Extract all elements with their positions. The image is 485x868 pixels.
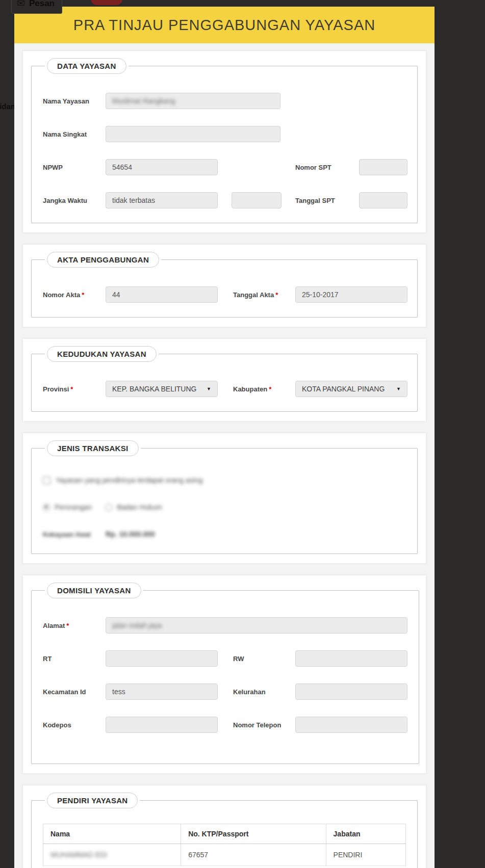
row-kecamatan-kelurahan: Kecamatan Id tess Kelurahan xyxy=(43,683,407,700)
jangka-waktu-label: Jangka Waktu xyxy=(43,196,106,205)
nomor-akta-value: 44 xyxy=(112,291,120,299)
rw-label: RW xyxy=(233,654,295,663)
pesan-button-label: Pesan xyxy=(29,0,55,9)
alamat-value: jalan indah jaya xyxy=(112,621,162,629)
kecamatan-id-value: tess xyxy=(112,688,125,696)
pendiri-col-ktp: No. KTP/Passport xyxy=(181,824,326,844)
section-data-yayasan: DATA YAYASAN Nama Yayasan Muslimat Rangk… xyxy=(22,50,426,233)
kelurahan-label: Kelurahan xyxy=(233,688,295,696)
provinsi-label: Provinsi* xyxy=(43,385,106,393)
legend-akta-penggabungan: AKTA PENGGABUNGAN xyxy=(47,252,159,268)
row-orang-asing-checkbox: Yayasan yang pendirinya terdapat orang a… xyxy=(43,475,406,485)
dropdown-caret-icon: ▼ xyxy=(207,386,211,391)
kecamatan-id-input[interactable]: tess xyxy=(106,683,218,700)
row-kekayaan-awal: Kekayaan Awal Rp. 10.000.000 xyxy=(43,529,406,539)
pesan-button[interactable]: ✉ Pesan xyxy=(11,0,62,14)
tanggal-akta-label: Tanggal Akta* xyxy=(233,291,295,299)
kodepos-label: Kodepos xyxy=(43,721,106,729)
provinsi-selected-value: KEP. BANGKA BELITUNG xyxy=(112,385,196,393)
required-asterisk: * xyxy=(66,622,69,629)
required-asterisk: * xyxy=(269,385,271,393)
rt-input[interactable] xyxy=(106,650,218,667)
nomor-spt-input[interactable] xyxy=(359,159,407,175)
npwp-input[interactable]: 54654 xyxy=(106,159,218,175)
tanggal-spt-input[interactable] xyxy=(359,192,407,208)
nomor-spt-label: Nomor SPT xyxy=(295,163,359,172)
kabupaten-label: Kabupaten* xyxy=(233,385,295,393)
rt-label: RT xyxy=(43,654,106,663)
npwp-value: 54654 xyxy=(112,163,132,171)
row-jenis-radio: Perorangan Badan Hukum xyxy=(43,502,406,512)
row-jangka-waktu: Jangka Waktu tidak terbatas Tanggal SPT xyxy=(43,192,406,208)
section-pendiri-yayasan: PENDIRI YAYASAN Nama No. KTP/Passport Ja… xyxy=(22,785,426,868)
required-asterisk: * xyxy=(275,291,278,299)
nama-singkat-input[interactable] xyxy=(106,126,280,142)
tanggal-spt-label: Tanggal SPT xyxy=(295,196,359,205)
legend-kedudukan-yayasan: KEDUDUKAN YAYASAN xyxy=(47,346,157,362)
kodepos-input[interactable] xyxy=(106,717,218,733)
envelope-icon: ✉ xyxy=(17,0,25,9)
pendiri-jabatan-cell: PENDIRI xyxy=(326,844,405,866)
modal-body: DATA YAYASAN Nama Yayasan Muslimat Rangk… xyxy=(14,43,435,868)
pendiri-table-row: MUHAMMAD EDI 67657 PENDIRI xyxy=(43,844,406,866)
pratinjau-modal: PRA TINJAU PENGGABUNGAN YAYASAN DATA YAY… xyxy=(14,7,435,868)
tanggal-akta-value: 25-10-2017 xyxy=(302,291,339,299)
nomor-akta-label: Nomor Akta* xyxy=(43,291,106,299)
section-jenis-transaksi: JENIS TRANSAKSI Yayasan yang pendirinya … xyxy=(22,433,426,564)
legend-pendiri-yayasan: PENDIRI YAYASAN xyxy=(47,793,138,808)
badan-hukum-radio[interactable] xyxy=(105,504,113,511)
pendiri-ktp-cell: 67657 xyxy=(181,844,326,866)
required-asterisk: * xyxy=(82,291,84,299)
row-nama-yayasan: Nama Yayasan Muslimat Rangkang xyxy=(43,93,406,109)
rw-input[interactable] xyxy=(295,650,407,667)
alamat-input[interactable]: jalan indah jaya xyxy=(106,617,407,634)
kelurahan-input[interactable] xyxy=(295,683,407,700)
notification-badge xyxy=(91,0,122,5)
row-alamat: Alamat* jalan indah jaya xyxy=(43,617,407,634)
dropdown-caret-icon: ▼ xyxy=(396,386,401,391)
nama-yayasan-value: Muslimat Rangkang xyxy=(112,97,175,105)
row-rt-rw: RT RW xyxy=(43,650,407,667)
perorangan-radio-label: Perorangan xyxy=(55,503,92,511)
modal-header: PRA TINJAU PENGGABUNGAN YAYASAN xyxy=(14,7,435,43)
nomor-akta-input[interactable]: 44 xyxy=(106,286,218,303)
pendiri-col-nama: Nama xyxy=(43,824,181,844)
pendiri-table: Nama No. KTP/Passport Jabatan MUHAMMAD E… xyxy=(43,824,406,866)
section-domisili-yayasan: DOMISILI YAYASAN Alamat* jalan indah jay… xyxy=(22,575,426,774)
kabupaten-select[interactable]: KOTA PANGKAL PINANG ▼ xyxy=(295,381,407,397)
pendiri-nama-value: MUHAMMAD EDI xyxy=(50,851,107,859)
row-npwp: NPWP 54654 Nomor SPT xyxy=(43,159,406,175)
nama-yayasan-input[interactable]: Muslimat Rangkang xyxy=(106,93,280,109)
jangka-waktu-extra-input[interactable] xyxy=(232,192,282,208)
nomor-telepon-input[interactable] xyxy=(295,717,407,733)
legend-domisili-yayasan: DOMISILI YAYASAN xyxy=(47,583,141,598)
nomor-telepon-label: Nomor Telepon xyxy=(233,721,295,729)
section-kedudukan-yayasan: KEDUDUKAN YAYASAN Provinsi* KEP. BANGKA … xyxy=(22,338,426,422)
perorangan-radio[interactable] xyxy=(43,504,50,511)
required-asterisk: * xyxy=(70,385,73,393)
modal-title: PRA TINJAU PENGGABUNGAN YAYASAN xyxy=(73,17,375,34)
kecamatan-id-label: Kecamatan Id xyxy=(43,688,106,696)
kekayaan-awal-label: Kekayaan Awal xyxy=(43,531,106,538)
tanggal-akta-input[interactable]: 25-10-2017 xyxy=(295,286,407,303)
pendiri-nama-cell: MUHAMMAD EDI xyxy=(43,844,181,866)
badan-hukum-radio-label: Badan Hukum xyxy=(117,503,162,511)
jangka-waktu-value: tidak terbatas xyxy=(112,196,155,204)
row-akta: Nomor Akta* 44 Tanggal Akta* 25-10-2017 xyxy=(43,286,406,303)
section-akta-penggabungan: AKTA PENGGABUNGAN Nomor Akta* 44 Tanggal… xyxy=(22,244,426,327)
kabupaten-selected-value: KOTA PANGKAL PINANG xyxy=(302,385,385,393)
orang-asing-checkbox-label: Yayasan yang pendirinya terdapat orang a… xyxy=(56,476,203,484)
orang-asing-checkbox[interactable] xyxy=(43,477,50,484)
provinsi-select[interactable]: KEP. BANGKA BELITUNG ▼ xyxy=(106,381,218,397)
alamat-label: Alamat* xyxy=(43,621,106,630)
jangka-waktu-input[interactable]: tidak terbatas xyxy=(106,192,218,208)
nama-singkat-label: Nama Singkat xyxy=(43,130,106,139)
legend-data-yayasan: DATA YAYASAN xyxy=(47,58,126,74)
legend-jenis-transaksi: JENIS TRANSAKSI xyxy=(47,440,139,456)
nama-yayasan-label: Nama Yayasan xyxy=(43,97,106,106)
row-kedudukan: Provinsi* KEP. BANGKA BELITUNG ▼ Kabupat… xyxy=(43,381,406,397)
kekayaan-awal-value: Rp. 10.000.000 xyxy=(106,530,155,538)
row-nama-singkat: Nama Singkat xyxy=(43,126,406,142)
npwp-label: NPWP xyxy=(43,163,106,172)
row-kodepos-telepon: Kodepos Nomor Telepon xyxy=(43,717,407,733)
